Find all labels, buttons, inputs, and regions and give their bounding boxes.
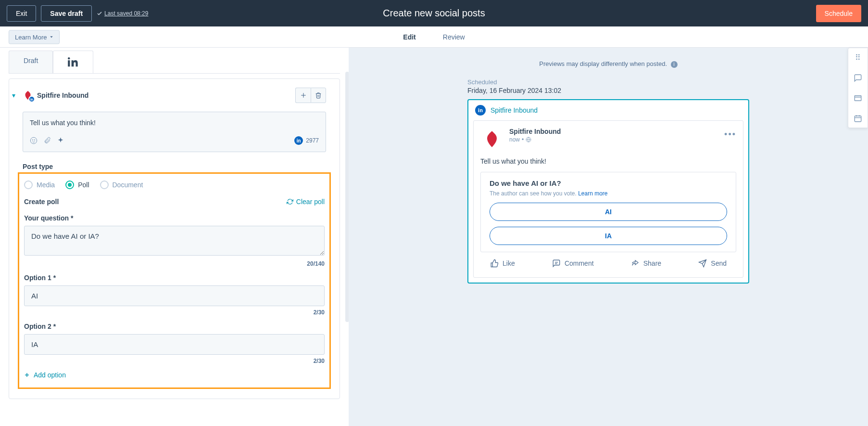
radio-media[interactable]: Media bbox=[24, 181, 55, 189]
tab-review[interactable]: Review bbox=[441, 27, 467, 47]
tab-linkedin[interactable] bbox=[53, 51, 93, 73]
scheduled-time: Friday, 16 February 2024 13:02 bbox=[467, 87, 749, 94]
schedule-button[interactable]: Schedule bbox=[816, 5, 861, 22]
plus-icon bbox=[300, 92, 307, 99]
top-bar: Exit Save draft Last saved 08:29 Create … bbox=[0, 0, 868, 26]
question-input[interactable] bbox=[24, 226, 325, 256]
comment-button[interactable]: Comment bbox=[552, 259, 594, 268]
radio-document[interactable]: Document bbox=[100, 181, 143, 189]
preview-poll-note: The author can see how you vote. Learn m… bbox=[490, 190, 727, 197]
tab-edit[interactable]: Edit bbox=[401, 27, 417, 47]
window-icon[interactable] bbox=[854, 94, 862, 103]
svg-rect-14 bbox=[855, 96, 861, 101]
calendar-icon[interactable] bbox=[854, 114, 862, 123]
sparkle-icon[interactable] bbox=[57, 137, 64, 144]
poll-option-2[interactable]: IA bbox=[490, 227, 727, 245]
trash-icon bbox=[315, 92, 322, 99]
like-icon bbox=[490, 259, 499, 268]
preview-disclaimer: Previews may display differently when po… bbox=[349, 60, 868, 68]
plus-icon bbox=[24, 372, 30, 378]
composer-text[interactable]: Tell us what you think! bbox=[30, 119, 319, 129]
option1-input[interactable] bbox=[24, 285, 325, 306]
preview-text: Tell us what you think! bbox=[480, 157, 736, 165]
chat-icon[interactable] bbox=[854, 74, 862, 82]
post-type-label: Post type bbox=[23, 163, 326, 170]
question-label: Your question * bbox=[24, 214, 325, 222]
linkedin-badge-icon: in bbox=[28, 96, 35, 103]
send-button[interactable]: Send bbox=[698, 259, 727, 268]
char-counter: in 2977 bbox=[294, 136, 319, 145]
radio-poll[interactable]: Poll bbox=[65, 181, 89, 189]
option1-counter: 2/30 bbox=[24, 309, 325, 316]
exit-button[interactable]: Exit bbox=[7, 5, 36, 22]
editor-panel: Draft ▾ in Spitfire Inbound bbox=[0, 48, 349, 426]
account-avatar: in bbox=[23, 90, 33, 101]
svg-marker-0 bbox=[50, 36, 53, 38]
preview-menu-button[interactable]: ••• bbox=[724, 129, 736, 140]
preview-avatar bbox=[480, 128, 503, 151]
option1-label: Option 1 * bbox=[24, 274, 325, 282]
drag-handle-icon[interactable]: ⠿ bbox=[855, 53, 861, 62]
tab-draft[interactable]: Draft bbox=[9, 51, 53, 73]
svg-point-4 bbox=[32, 140, 33, 140]
preview-poll: Do we have AI or IA? The author can see … bbox=[480, 172, 736, 252]
svg-point-3 bbox=[30, 137, 37, 143]
add-option-button[interactable]: Add option bbox=[24, 371, 325, 379]
collapse-chevron-icon[interactable]: ▾ bbox=[12, 91, 15, 99]
emoji-icon[interactable] bbox=[30, 137, 38, 144]
info-icon[interactable]: i bbox=[671, 61, 678, 68]
comment-icon bbox=[552, 259, 561, 268]
post-composer[interactable]: Tell us what you think! in 2977 bbox=[23, 112, 326, 152]
option2-input[interactable] bbox=[24, 334, 325, 355]
sub-bar: Learn More Edit Review bbox=[0, 26, 868, 48]
last-saved-indicator[interactable]: Last saved 08:29 bbox=[97, 10, 148, 17]
preview-poll-question: Do we have AI or IA? bbox=[490, 179, 727, 187]
share-icon bbox=[631, 259, 640, 268]
question-counter: 20/140 bbox=[24, 260, 325, 267]
delete-post-button[interactable] bbox=[311, 88, 326, 103]
poll-option-1[interactable]: AI bbox=[490, 203, 727, 221]
add-post-button[interactable] bbox=[295, 88, 311, 103]
share-button[interactable]: Share bbox=[631, 259, 661, 268]
page-title: Create new social posts bbox=[383, 8, 485, 19]
account-name: Spitfire Inbound bbox=[37, 91, 88, 99]
post-card: ▾ in Spitfire Inbound Tell us what you t… bbox=[9, 78, 340, 399]
preview-card: in Spitfire Inbound Spitfire Inbound now… bbox=[467, 99, 749, 284]
clear-poll-button[interactable]: Clear poll bbox=[287, 198, 325, 206]
right-sidebar: ⠿ bbox=[848, 48, 868, 128]
learn-more-button[interactable]: Learn More bbox=[9, 30, 60, 44]
preview-account-link[interactable]: Spitfire Inbound bbox=[491, 106, 538, 114]
scheduled-label: Scheduled bbox=[467, 78, 749, 86]
send-icon bbox=[698, 259, 707, 268]
linkedin-badge-icon: in bbox=[475, 105, 486, 116]
preview-timestamp: now • bbox=[509, 136, 561, 143]
option2-label: Option 2 * bbox=[24, 323, 325, 330]
like-button[interactable]: Like bbox=[490, 259, 515, 268]
check-icon bbox=[97, 11, 102, 16]
save-draft-button[interactable]: Save draft bbox=[41, 5, 92, 22]
chevron-down-icon bbox=[50, 35, 53, 39]
create-poll-label: Create poll bbox=[24, 198, 59, 206]
svg-rect-16 bbox=[855, 116, 861, 122]
globe-icon bbox=[526, 137, 531, 142]
poll-config-highlight: Media Poll Document Create poll Clear po… bbox=[18, 172, 331, 389]
option2-counter: 2/30 bbox=[24, 358, 325, 364]
linkedin-icon bbox=[68, 57, 78, 67]
refresh-icon bbox=[287, 198, 293, 205]
preview-panel: Previews may display differently when po… bbox=[349, 48, 868, 426]
preview-author: Spitfire Inbound bbox=[509, 128, 561, 135]
svg-point-5 bbox=[34, 140, 35, 140]
linkedin-mini-icon: in bbox=[294, 136, 303, 145]
learn-more-link[interactable]: Learn more bbox=[578, 190, 607, 197]
attachment-icon[interactable] bbox=[43, 137, 51, 144]
